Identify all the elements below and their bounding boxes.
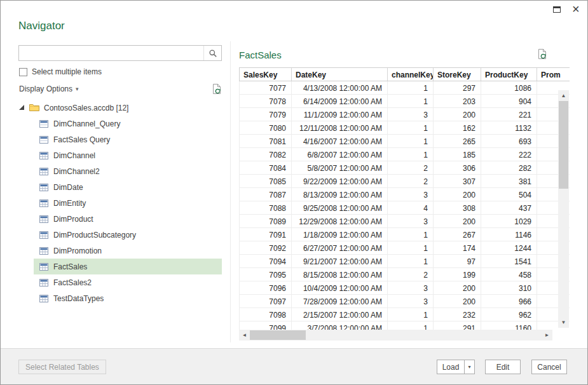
tree-item-dimproduct[interactable]: DimProduct [34,211,222,227]
column-header-saleskey[interactable]: SalesKey [240,68,292,81]
display-options-label: Display Options [19,84,72,93]
column-header-prom[interactable]: Prom [537,68,570,81]
tree-item-factsales[interactable]: FactSales [34,259,222,274]
tree-item-testdatatypes[interactable]: TestDataTypes [34,290,222,306]
maximize-icon[interactable] [553,6,561,13]
table-cell: 7096 [240,281,292,294]
select-multiple-row[interactable]: Select multiple items [19,67,102,76]
table-row: 709610/4/2009 12:00:00 AM3200310 [240,281,570,295]
horizontal-scrollbar-thumb[interactable] [250,330,306,340]
table-cell: 185 [434,148,481,161]
horizontal-scrollbar[interactable]: ◄ ► [239,330,552,341]
table-cell: 306 [434,161,481,174]
tree-item-dimentity[interactable]: DimEntity [34,195,222,211]
search-box [18,45,222,61]
search-icon [209,49,217,58]
load-button[interactable]: Load [437,360,465,374]
scroll-right-button[interactable]: ► [542,330,552,341]
search-input[interactable] [19,46,204,60]
table-cell: 162 [434,121,481,134]
table-row: 708912/29/2008 12:00:00 AM32001029 [240,215,570,228]
cancel-button[interactable]: Cancel [531,360,567,374]
table-cell: 7078 [240,95,292,107]
table-cell: 4/13/2008 12:00:00 AM [292,81,388,94]
column-header-datekey[interactable]: DateKey [292,68,388,81]
preview-table: SalesKeyDateKeychannelKeyStoreKeyProduct… [239,67,570,341]
table-row: 70878/13/2009 12:00:00 AM3200504 [240,188,570,201]
table-icon [39,247,48,255]
tree-item-dimdate[interactable]: DimDate [34,179,222,195]
tree-item-dimchannel[interactable]: DimChannel [34,147,222,163]
table-icon [39,184,48,191]
table-cell: 437 [481,201,537,214]
tree-root-item[interactable]: ContosoSales.accdb [12] [19,100,128,116]
preview-body: 70774/13/2008 12:00:00 AM1297108670786/1… [239,81,570,330]
table-cell: 1 [388,135,434,147]
vertical-scrollbar-thumb[interactable] [559,101,568,189]
scroll-left-button[interactable]: ◄ [239,330,250,341]
table-cell: 11/1/2009 12:00:00 AM [292,108,388,121]
table-row: 70993/7/2008 12:00:00 AM12911160 [240,321,570,330]
tree-item-factsales2[interactable]: FactSales2 [34,274,222,290]
table-row: 70911/18/2009 12:00:00 AM12671146 [240,228,570,241]
table-cell: 7077 [240,81,292,94]
table-cell: 7091 [240,228,292,241]
select-multiple-checkbox[interactable] [19,68,27,76]
tree-item-label: DimPromotion [53,247,102,255]
table-cell: 265 [434,135,481,147]
select-related-tables-button[interactable]: Select Related Tables [18,360,106,374]
select-multiple-label: Select multiple items [32,67,102,76]
load-dropdown-button[interactable]: ▾ [464,360,475,374]
table-cell: 1 [388,81,434,94]
table-cell: 504 [481,188,537,201]
column-header-channelkey[interactable]: channelKey [388,68,434,81]
table-row: 70958/15/2008 12:00:00 AM2199458 [240,268,570,281]
tree-item-dimchannel_query[interactable]: DimChannel_Query [34,116,222,132]
table-cell: 2/15/2007 12:00:00 AM [292,308,388,321]
tree-item-dimchannel2[interactable]: DimChannel2 [34,163,222,179]
table-cell: 1132 [481,121,537,134]
edit-button[interactable]: Edit [485,360,521,374]
query-icon [39,120,48,128]
search-button[interactable] [203,46,221,60]
table-row: 70926/27/2007 12:00:00 AM11741244 [240,241,570,255]
close-icon[interactable]: × [572,1,580,17]
table-cell: 693 [481,135,537,147]
tree-item-dimproductsubcategory[interactable]: DimProductSubcategory [34,227,222,243]
table-cell: 7085 [240,175,292,187]
display-options-dropdown[interactable]: Display Options ▾ [19,84,79,93]
preview-refresh-button[interactable] [538,49,547,59]
column-header-productkey[interactable]: ProductKey [481,68,537,81]
table-icon [39,279,48,287]
tree-expander-icon[interactable] [19,105,25,111]
scroll-down-button[interactable]: ▼ [558,317,569,328]
table-icon [39,215,48,223]
tree-item-label: TestDataTypes [53,294,104,303]
table-cell: 1 [388,228,434,241]
table-cell: 1541 [481,255,537,267]
table-cell: 6/8/2007 12:00:00 AM [292,148,388,161]
column-header-storekey[interactable]: StoreKey [434,68,481,81]
tree-item-factsales-query[interactable]: FactSales Query [34,132,222,147]
table-cell: 291 [434,321,481,330]
footer: Select Related Tables Load ▾ Edit Cancel [1,348,588,385]
table-cell: 7099 [240,321,292,330]
tree-item-label: DimChannel_Query [53,119,120,128]
table-cell: 282 [481,161,537,174]
scroll-up-button[interactable]: ▲ [558,90,569,101]
table-row: 70982/15/2007 12:00:00 AM1232962 [240,308,570,321]
table-cell: 7081 [240,135,292,147]
tree-item-dimpromotion[interactable]: DimPromotion [34,243,222,259]
tree-item-label: DimChannel [53,151,95,160]
table-cell: 297 [434,81,481,94]
table-cell: 9/22/2009 12:00:00 AM [292,175,388,187]
tree-item-label: DimChannel2 [53,167,100,176]
refresh-button[interactable] [212,84,222,94]
vertical-scrollbar[interactable]: ▲ ▼ [558,90,569,328]
table-cell: 6/14/2009 12:00:00 AM [292,95,388,107]
refresh-doc-icon [212,84,222,94]
table-icon [39,263,48,271]
table-cell: 174 [434,241,481,254]
table-cell: 9/25/2008 12:00:00 AM [292,201,388,214]
table-cell: 12/29/2008 12:00:00 AM [292,215,388,227]
